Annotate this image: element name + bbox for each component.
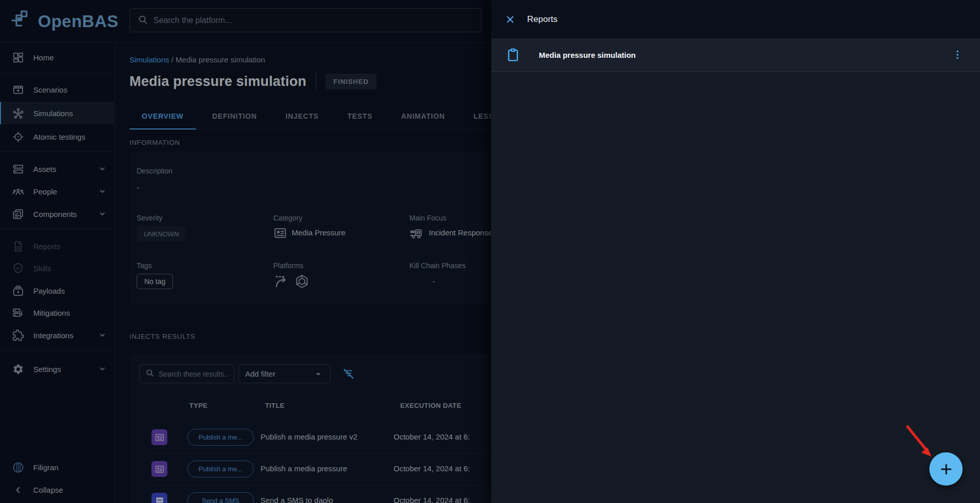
kebab-menu-icon[interactable] — [951, 49, 964, 61]
clipboard-icon — [506, 48, 520, 62]
drawer-title: Reports — [527, 14, 558, 25]
plus-icon — [939, 462, 954, 477]
close-icon[interactable] — [505, 14, 516, 25]
reports-drawer: Reports Media pressure simulation — [491, 0, 980, 503]
add-report-fab[interactable] — [929, 452, 963, 486]
report-item-label: Media pressure simulation — [539, 51, 636, 59]
openbas-app: OpenBAS Home Scenarios — [0, 0, 980, 503]
drawer-header: Reports — [491, 0, 980, 38]
report-list-item[interactable]: Media pressure simulation — [491, 38, 980, 72]
